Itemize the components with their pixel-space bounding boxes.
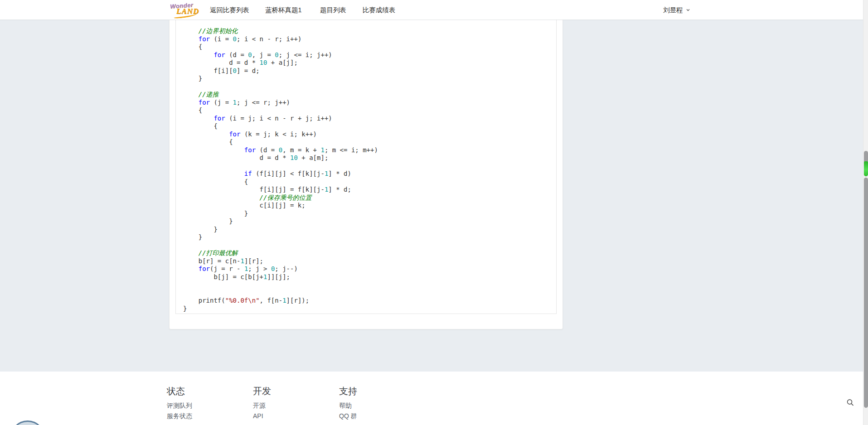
user-name: 刘昱程 <box>663 0 683 20</box>
nav-link-contest-standings[interactable]: 比赛成绩表 <box>363 0 396 20</box>
footer-link-open-source[interactable]: 开源 <box>253 401 271 410</box>
footer-link-service-status[interactable]: 服务状态 <box>167 412 192 420</box>
footer-heading-development: 开发 <box>253 385 271 397</box>
code-box: //边界初始化 for (i = 0; i < n - r; i++) { fo… <box>175 20 557 314</box>
footer-link-qq-group[interactable]: QQ 群 <box>339 412 357 420</box>
nav-link-problem-list[interactable]: 题目列表 <box>320 0 346 20</box>
footer-heading-support: 支持 <box>339 385 357 397</box>
submission-card: //边界初始化 for (i = 0; i < n - r; i++) { fo… <box>169 20 563 329</box>
footer-link-api[interactable]: API <box>253 412 271 420</box>
site-logo[interactable]: Wonder LAND <box>169 1 203 19</box>
top-navbar: Wonder LAND 返回比赛列表 蓝桥杯真题1 题目列表 比赛成绩表 刘昱程 <box>0 0 868 20</box>
footer-column-status: 状态 评测队列 服务状态 <box>167 385 192 422</box>
footer-heading-status: 状态 <box>167 385 192 397</box>
footer-link-help[interactable]: 帮助 <box>339 401 357 410</box>
footer-column-development: 开发 开源 API <box>253 385 271 422</box>
scrollbar-track[interactable] <box>863 0 868 425</box>
scrollbar-green-marker <box>864 161 868 176</box>
search-icon <box>846 398 855 407</box>
page-footer: 状态 评测队列 服务状态 开发 开源 API 支持 帮助 QQ 群 <box>0 372 868 425</box>
footer-link-judge-queue[interactable]: 评测队列 <box>167 401 192 410</box>
code-block: //边界初始化 for (i = 0; i < n - r; i++) { fo… <box>176 20 556 313</box>
footer-column-support: 支持 帮助 QQ 群 <box>339 385 357 422</box>
scrollbar-thumb[interactable] <box>864 178 868 408</box>
user-menu[interactable]: 刘昱程 <box>663 0 690 20</box>
nav-link-contest-name[interactable]: 蓝桥杯真题1 <box>265 0 302 20</box>
nav-link-back-to-contests[interactable]: 返回比赛列表 <box>210 0 249 20</box>
search-button[interactable] <box>846 398 855 407</box>
chevron-down-icon <box>686 8 690 12</box>
